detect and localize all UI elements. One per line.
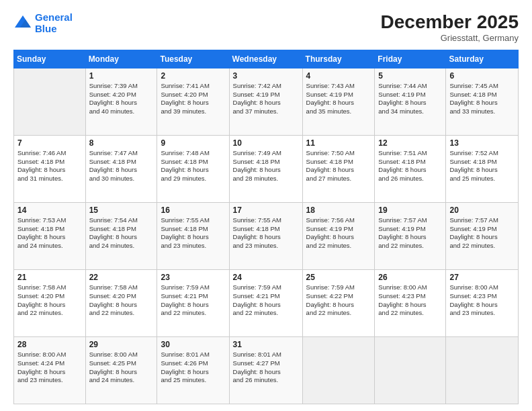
- calendar-cell: 21Sunrise: 7:58 AMSunset: 4:20 PMDayligh…: [14, 269, 86, 336]
- calendar-header-row: SundayMondayTuesdayWednesdayThursdayFrid…: [14, 50, 519, 68]
- day-number: 5: [378, 71, 442, 81]
- day-number: 25: [306, 273, 371, 282]
- day-number: 16: [161, 205, 225, 215]
- calendar-cell: 4Sunrise: 7:43 AMSunset: 4:19 PMDaylight…: [302, 68, 375, 135]
- cell-info: Sunrise: 8:00 AMSunset: 4:24 PMDaylight:…: [17, 351, 82, 385]
- day-number: 30: [161, 340, 225, 349]
- cell-info: Sunrise: 7:57 AMSunset: 4:19 PMDaylight:…: [378, 216, 442, 250]
- day-number: 9: [161, 138, 225, 148]
- calendar-cell: 25Sunrise: 7:59 AMSunset: 4:22 PMDayligh…: [302, 269, 375, 336]
- calendar-cell: 6Sunrise: 7:45 AMSunset: 4:18 PMDaylight…: [446, 68, 519, 135]
- calendar-week-row: 1Sunrise: 7:39 AMSunset: 4:20 PMDaylight…: [14, 68, 519, 135]
- calendar-week-row: 21Sunrise: 7:58 AMSunset: 4:20 PMDayligh…: [14, 269, 519, 336]
- calendar-cell: 13Sunrise: 7:52 AMSunset: 4:18 PMDayligh…: [446, 135, 519, 202]
- cell-info: Sunrise: 8:01 AMSunset: 4:26 PMDaylight:…: [161, 351, 225, 385]
- day-header-saturday: Saturday: [446, 50, 519, 68]
- calendar-cell: 16Sunrise: 7:55 AMSunset: 4:18 PMDayligh…: [157, 202, 229, 269]
- calendar-cell: [375, 336, 446, 404]
- day-number: 27: [449, 273, 515, 282]
- calendar-cell: 2Sunrise: 7:41 AMSunset: 4:20 PMDaylight…: [157, 68, 229, 135]
- calendar-cell: 24Sunrise: 7:59 AMSunset: 4:21 PMDayligh…: [229, 269, 302, 336]
- day-number: 1: [89, 71, 154, 81]
- logo-text: General Blue: [35, 12, 73, 34]
- calendar-cell: 7Sunrise: 7:46 AMSunset: 4:18 PMDaylight…: [14, 135, 86, 202]
- cell-info: Sunrise: 7:59 AMSunset: 4:21 PMDaylight:…: [161, 283, 225, 318]
- calendar-cell: 31Sunrise: 8:01 AMSunset: 4:27 PMDayligh…: [229, 336, 302, 404]
- calendar-cell: 28Sunrise: 8:00 AMSunset: 4:24 PMDayligh…: [14, 336, 86, 404]
- cell-info: Sunrise: 7:55 AMSunset: 4:18 PMDaylight:…: [161, 216, 225, 250]
- day-header-sunday: Sunday: [14, 50, 86, 68]
- day-number: 7: [17, 138, 82, 148]
- day-number: 6: [449, 71, 515, 81]
- calendar-cell: 9Sunrise: 7:48 AMSunset: 4:18 PMDaylight…: [157, 135, 229, 202]
- title-block: December 2025 Griesstatt, Germany: [381, 12, 519, 43]
- day-number: 23: [161, 273, 225, 282]
- day-number: 2: [161, 71, 225, 81]
- calendar-cell: 18Sunrise: 7:56 AMSunset: 4:19 PMDayligh…: [302, 202, 375, 269]
- day-number: 17: [233, 205, 299, 215]
- cell-info: Sunrise: 7:56 AMSunset: 4:19 PMDaylight:…: [306, 216, 371, 250]
- day-number: 20: [449, 205, 515, 215]
- day-number: 4: [306, 71, 371, 81]
- day-number: 26: [378, 273, 442, 282]
- cell-info: Sunrise: 7:58 AMSunset: 4:20 PMDaylight:…: [17, 283, 82, 318]
- calendar-cell: 5Sunrise: 7:44 AMSunset: 4:19 PMDaylight…: [375, 68, 446, 135]
- cell-info: Sunrise: 7:48 AMSunset: 4:18 PMDaylight:…: [161, 149, 225, 183]
- calendar-week-row: 28Sunrise: 8:00 AMSunset: 4:24 PMDayligh…: [14, 336, 519, 404]
- day-header-monday: Monday: [85, 50, 157, 68]
- calendar-cell: 14Sunrise: 7:53 AMSunset: 4:18 PMDayligh…: [14, 202, 86, 269]
- day-number: 12: [378, 138, 442, 148]
- calendar-cell: 23Sunrise: 7:59 AMSunset: 4:21 PMDayligh…: [157, 269, 229, 336]
- logo-icon: [13, 14, 32, 33]
- calendar-cell: 3Sunrise: 7:42 AMSunset: 4:19 PMDaylight…: [229, 68, 302, 135]
- cell-info: Sunrise: 7:51 AMSunset: 4:18 PMDaylight:…: [378, 149, 442, 183]
- calendar-week-row: 7Sunrise: 7:46 AMSunset: 4:18 PMDaylight…: [14, 135, 519, 202]
- calendar-cell: 8Sunrise: 7:47 AMSunset: 4:18 PMDaylight…: [85, 135, 157, 202]
- cell-info: Sunrise: 7:52 AMSunset: 4:18 PMDaylight:…: [449, 149, 515, 183]
- cell-info: Sunrise: 8:00 AMSunset: 4:23 PMDaylight:…: [449, 283, 515, 318]
- day-number: 22: [89, 273, 154, 282]
- location: Griesstatt, Germany: [381, 33, 519, 43]
- day-header-wednesday: Wednesday: [229, 50, 302, 68]
- day-number: 19: [378, 205, 442, 215]
- calendar-cell: 26Sunrise: 8:00 AMSunset: 4:23 PMDayligh…: [375, 269, 446, 336]
- page: General Blue December 2025 Griesstatt, G…: [0, 0, 532, 411]
- calendar-cell: 19Sunrise: 7:57 AMSunset: 4:19 PMDayligh…: [375, 202, 446, 269]
- day-number: 3: [233, 71, 299, 81]
- cell-info: Sunrise: 7:39 AMSunset: 4:20 PMDaylight:…: [89, 82, 154, 116]
- day-number: 10: [233, 138, 299, 148]
- calendar-cell: 29Sunrise: 8:00 AMSunset: 4:25 PMDayligh…: [85, 336, 157, 404]
- day-number: 31: [233, 340, 299, 349]
- day-number: 24: [233, 273, 299, 282]
- cell-info: Sunrise: 7:46 AMSunset: 4:18 PMDaylight:…: [17, 149, 82, 183]
- cell-info: Sunrise: 8:00 AMSunset: 4:25 PMDaylight:…: [89, 351, 154, 385]
- cell-info: Sunrise: 7:41 AMSunset: 4:20 PMDaylight:…: [161, 82, 225, 116]
- logo-line2: Blue: [35, 23, 57, 34]
- cell-info: Sunrise: 7:44 AMSunset: 4:19 PMDaylight:…: [378, 82, 442, 116]
- calendar-cell: 1Sunrise: 7:39 AMSunset: 4:20 PMDaylight…: [85, 68, 157, 135]
- day-header-tuesday: Tuesday: [157, 50, 229, 68]
- cell-info: Sunrise: 7:43 AMSunset: 4:19 PMDaylight:…: [306, 82, 371, 116]
- day-number: 18: [306, 205, 371, 215]
- day-number: 15: [89, 205, 154, 215]
- calendar-cell: 20Sunrise: 7:57 AMSunset: 4:19 PMDayligh…: [446, 202, 519, 269]
- day-number: 11: [306, 138, 371, 148]
- calendar-cell: [14, 68, 86, 135]
- day-number: 8: [89, 138, 154, 148]
- calendar-table: SundayMondayTuesdayWednesdayThursdayFrid…: [13, 50, 519, 404]
- cell-info: Sunrise: 7:59 AMSunset: 4:22 PMDaylight:…: [306, 283, 371, 318]
- month-title: December 2025: [381, 12, 519, 33]
- cell-info: Sunrise: 7:54 AMSunset: 4:18 PMDaylight:…: [89, 216, 154, 250]
- calendar-cell: 11Sunrise: 7:50 AMSunset: 4:18 PMDayligh…: [302, 135, 375, 202]
- header: General Blue December 2025 Griesstatt, G…: [13, 12, 519, 43]
- cell-info: Sunrise: 8:01 AMSunset: 4:27 PMDaylight:…: [233, 351, 299, 385]
- calendar-cell: [302, 336, 375, 404]
- cell-info: Sunrise: 7:45 AMSunset: 4:18 PMDaylight:…: [449, 82, 515, 116]
- logo: General Blue: [13, 12, 73, 34]
- cell-info: Sunrise: 7:59 AMSunset: 4:21 PMDaylight:…: [233, 283, 299, 318]
- calendar-cell: 27Sunrise: 8:00 AMSunset: 4:23 PMDayligh…: [446, 269, 519, 336]
- calendar-cell: 17Sunrise: 7:55 AMSunset: 4:18 PMDayligh…: [229, 202, 302, 269]
- day-number: 21: [17, 273, 82, 282]
- day-number: 29: [89, 340, 154, 349]
- calendar-cell: [446, 336, 519, 404]
